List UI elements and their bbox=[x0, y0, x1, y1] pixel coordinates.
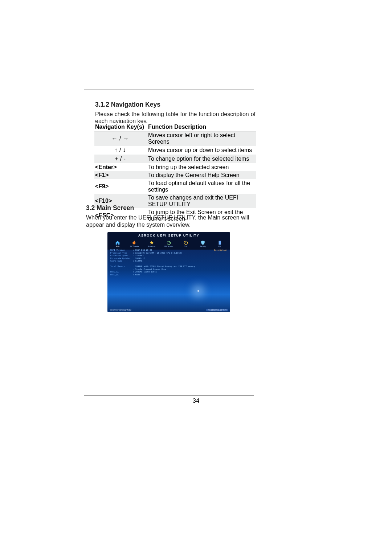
bios-info-row: DDR3_A1: 2048MB (DDR3-1066) bbox=[110, 271, 205, 274]
bios-tab-security[interactable]: Security bbox=[195, 239, 211, 247]
bios-info-panel: UEFI Version: H61M-DGS L0.05Processor Ty… bbox=[110, 249, 206, 307]
bios-title: ASROCK UEFI SETUP UTILITY bbox=[107, 234, 230, 237]
bios-info-row: Microcode Update: 206A7/17 bbox=[110, 257, 205, 260]
desc-cell: To change option for the selected items bbox=[147, 155, 256, 163]
table-row: ↑ / ↓Moves cursor up or down to select i… bbox=[94, 146, 256, 155]
bios-tab-label: Security bbox=[200, 246, 206, 247]
bios-info-row: Total Memory: 2048MB with 256MB Shared M… bbox=[110, 265, 205, 268]
bios-info-label: Microcode Update bbox=[110, 257, 133, 260]
desc-cell: To load optimal default values for all t… bbox=[147, 179, 256, 194]
heading-3-2: 3.2 Main Screen bbox=[86, 204, 255, 212]
bios-info-row: : Single-Channel Memory Mode bbox=[110, 268, 205, 271]
key-cell: <F9> bbox=[94, 179, 147, 194]
bios-info-row: UEFI Version: H61M-DGS L0.05 bbox=[110, 249, 205, 252]
bios-info-label: Processor Type bbox=[110, 252, 133, 255]
bios-tabbar: MainOC TweakerAdvancedH/W MonitorBootSec… bbox=[110, 239, 228, 247]
page-number: 34 bbox=[0, 397, 392, 405]
bios-tab-exit[interactable]: Exit bbox=[212, 239, 228, 247]
bios-tab-label: OC Tweaker bbox=[130, 246, 139, 247]
speed-icon bbox=[166, 240, 171, 245]
key-cell: <Enter> bbox=[94, 163, 147, 171]
bios-info-label: UEFI Version bbox=[110, 249, 133, 252]
desc-cell: Moves cursor up or down to select items bbox=[147, 146, 256, 155]
section-main-screen: 3.2 Main Screen When you enter the UEFI … bbox=[86, 204, 255, 229]
lens-flare-glow bbox=[197, 290, 199, 292]
footer-rule bbox=[84, 395, 254, 395]
header-rule bbox=[84, 90, 254, 90]
bios-info-value: : 206A7/17 bbox=[133, 257, 145, 260]
bios-info-value: : 2048MB with 256MB Shared Memory and 2M… bbox=[133, 265, 195, 268]
bios-tab-main[interactable]: Main bbox=[110, 239, 126, 247]
power-icon bbox=[183, 240, 188, 245]
bios-info-label: Processor Speed bbox=[110, 254, 133, 257]
bios-tab-label: Boot bbox=[184, 246, 187, 247]
bios-footer: Tomorrow's Technology Today Thu 03/31/20… bbox=[110, 309, 228, 311]
bios-body: UEFI Version: H61M-DGS L0.05Processor Ty… bbox=[110, 249, 227, 307]
svg-point-0 bbox=[167, 241, 170, 245]
bios-info-row: Processor Type: Intel(R) Core(TM) i5-240… bbox=[110, 252, 205, 255]
star-icon bbox=[149, 240, 154, 245]
flame-icon bbox=[132, 240, 137, 245]
bios-info-row: DDR3_B1: None bbox=[110, 274, 205, 276]
key-cell: ↑ / ↓ bbox=[94, 146, 147, 155]
section1-intro: Please check the following table for the… bbox=[95, 111, 256, 124]
bios-info-row: Processor Speed: 3100MHz bbox=[110, 254, 205, 257]
door-icon bbox=[217, 240, 222, 245]
desc-cell: Moves cursor left or right to select Scr… bbox=[147, 131, 256, 146]
bios-info-value: : None bbox=[133, 274, 140, 276]
bios-info-row bbox=[110, 263, 205, 266]
svg-point-3 bbox=[220, 242, 220, 243]
shield-icon bbox=[200, 240, 205, 245]
bios-tab-advanced[interactable]: Advanced bbox=[144, 239, 160, 247]
bios-info-label: Cache Size bbox=[110, 260, 133, 263]
bios-tab-label: H/W Monitor bbox=[164, 246, 173, 247]
bios-info-value: : Intel(R) Core(TM) i5-2400 CPU @ 3.10GH… bbox=[133, 252, 182, 254]
bios-info-label: DDR3_B1 bbox=[110, 274, 133, 276]
bios-tab-label: Advanced bbox=[148, 246, 155, 247]
bios-info-value: : 6144KB bbox=[133, 260, 142, 262]
bios-screenshot: ASROCK UEFI SETUP UTILITY MainOC Tweaker… bbox=[107, 232, 230, 312]
table-row: <Enter>To bring up the selected screen bbox=[94, 163, 256, 171]
bios-sidebar-label: Description bbox=[206, 249, 227, 307]
bios-info-row: Cache Size: 6144KB bbox=[110, 260, 205, 263]
table-row: <F9>To load optimal default values for a… bbox=[94, 179, 256, 194]
col-header-keys: Navigation Key(s) bbox=[94, 123, 147, 131]
bios-tab-oc-tweaker[interactable]: OC Tweaker bbox=[127, 239, 143, 247]
col-header-desc: Function Description bbox=[147, 123, 256, 131]
desc-cell: To display the General Help Screen bbox=[147, 171, 256, 179]
table-header-row: Navigation Key(s) Function Description bbox=[94, 123, 256, 131]
bios-info-value: : 2048MB (DDR3-1066) bbox=[133, 271, 157, 273]
home-icon bbox=[115, 240, 120, 245]
bios-info-label: Total Memory bbox=[110, 265, 133, 268]
bios-info-label: DDR3_A1 bbox=[110, 271, 133, 274]
bios-tab-boot[interactable]: Boot bbox=[177, 239, 194, 247]
table-row: <F1>To display the General Help Screen bbox=[94, 171, 256, 179]
key-cell: ← / → bbox=[94, 131, 147, 146]
bios-tab-h-w-monitor[interactable]: H/W Monitor bbox=[161, 239, 177, 247]
section-navigation-keys: 3.1.2 Navigation Keys Please check the f… bbox=[95, 101, 256, 124]
table-row: + / -To change option for the selected i… bbox=[94, 155, 256, 163]
bios-tab-label: Exit bbox=[219, 246, 221, 247]
svg-rect-2 bbox=[219, 241, 221, 245]
bios-info-value: : 3100MHz bbox=[133, 254, 144, 257]
bios-footer-datetime: Thu 03/31/2011, 09:46:40 bbox=[206, 309, 228, 311]
heading-3-1-2: 3.1.2 Navigation Keys bbox=[95, 101, 256, 108]
bios-tab-label: Main bbox=[116, 246, 120, 247]
section2-intro: When you enter the UEFI SETUP UTILITY, t… bbox=[86, 214, 255, 229]
bios-footer-tagline: Tomorrow's Technology Today bbox=[110, 309, 131, 311]
key-cell: + / - bbox=[94, 155, 147, 163]
key-cell: <F1> bbox=[94, 171, 147, 179]
bios-info-value: : Single-Channel Memory Mode bbox=[133, 268, 166, 271]
desc-cell: To bring up the selected screen bbox=[147, 163, 256, 171]
bios-info-value: : H61M-DGS L0.05 bbox=[133, 249, 152, 251]
table-row: ← / →Moves cursor left or right to selec… bbox=[94, 131, 256, 146]
